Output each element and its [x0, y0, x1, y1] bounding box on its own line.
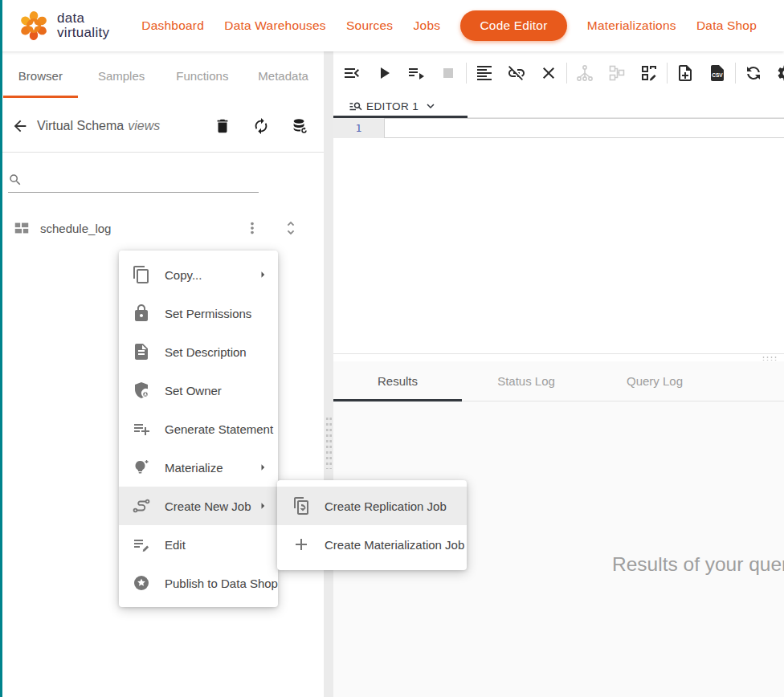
tab-editor-1[interactable]: EDITOR 1 — [333, 95, 468, 117]
menu-generate-statement[interactable]: Generate Statement — [119, 410, 278, 448]
line-number: 1 — [356, 122, 362, 134]
menu-copy[interactable]: Copy... — [119, 255, 278, 294]
nav-code-editor-active[interactable]: Code Editor — [460, 10, 566, 41]
line-number-gutter: 1 — [333, 118, 384, 138]
query-plan-tree-icon — [569, 57, 601, 89]
nav-materializations[interactable]: Materializations — [587, 18, 676, 33]
active-tab-underline — [3, 96, 78, 99]
more-vert-icon[interactable] — [240, 216, 264, 240]
menu-materialize[interactable]: Materialize — [119, 448, 278, 487]
toolbar-separator — [735, 63, 736, 84]
format-query-icon[interactable] — [468, 57, 500, 89]
toolbar-separator — [667, 63, 668, 84]
refresh-schema-icon[interactable] — [287, 113, 312, 139]
panel-resize-divider[interactable] — [324, 51, 333, 697]
search-input[interactable] — [29, 174, 259, 187]
disconnect-icon[interactable] — [500, 57, 533, 89]
unfold-more-icon[interactable] — [279, 216, 303, 240]
playlist-add-icon — [132, 419, 151, 438]
svg-text:CSV: CSV — [712, 72, 723, 78]
copy-icon — [132, 265, 151, 284]
submenu-arrow-icon — [255, 267, 270, 282]
toolbar-separator — [466, 63, 467, 84]
stop-icon — [432, 57, 464, 89]
tab-browser-label: Browser — [18, 69, 63, 83]
run-icon[interactable] — [368, 57, 400, 89]
manage-search-icon — [349, 99, 363, 113]
active-code-line[interactable] — [384, 118, 784, 138]
schema-name: views — [128, 119, 160, 133]
owner-shield-icon — [132, 381, 151, 400]
edit-note-icon — [132, 535, 151, 554]
close-editor-icon[interactable] — [533, 57, 565, 89]
delete-icon[interactable] — [210, 113, 235, 139]
sidebar-tabs: Browser Samples Functions Metadata — [0, 51, 324, 100]
editor-toolbar: CSV — [333, 51, 784, 95]
code-editor-area[interactable]: 1 — [333, 118, 784, 353]
table-dashboard-icon — [13, 219, 31, 237]
menu-create-new-job[interactable]: Create New Job — [119, 487, 278, 525]
context-menu: Copy... Set Permissions Set Description … — [119, 251, 278, 607]
tree-item-schedule-log[interactable]: schedule_log — [0, 210, 324, 246]
submenu-arrow-icon — [255, 499, 270, 513]
route-icon — [132, 496, 151, 516]
toolbar-separator — [566, 63, 567, 84]
code-editor-panel: CSV EDITOR 1 — [333, 51, 784, 697]
tab-status-log[interactable]: Status Log — [462, 361, 590, 401]
edit-grid-icon[interactable] — [633, 57, 665, 89]
swap-refresh-icon[interactable] — [737, 57, 770, 89]
nav-jobs[interactable]: Jobs — [414, 18, 441, 33]
editor-tabbar: EDITOR 1 — [333, 95, 784, 118]
editor-tab-label: EDITOR 1 — [366, 100, 419, 112]
collapse-editor-icon[interactable] — [336, 57, 368, 89]
menu-set-owner[interactable]: Set Owner — [119, 371, 278, 410]
tab-metadata[interactable]: Metadata — [243, 51, 324, 100]
logo-wordmark: data virtuality — [57, 11, 109, 40]
results-placeholder-text: Results of your querie — [612, 553, 784, 576]
back-icon[interactable] — [8, 114, 32, 138]
export-csv-icon[interactable]: CSV — [701, 57, 733, 89]
tab-functions[interactable]: Functions — [162, 51, 243, 100]
tab-samples[interactable]: Samples — [81, 51, 162, 100]
star-circle-icon — [132, 573, 151, 593]
menu-edit[interactable]: Edit — [119, 525, 278, 564]
lock-icon — [132, 304, 151, 323]
divider-drag-handle[interactable] — [325, 416, 332, 469]
window-edge-accent — [0, 0, 2, 697]
nav-sources[interactable]: Sources — [346, 18, 393, 33]
schema-header: Virtual Schema views — [0, 100, 324, 153]
top-navigation: data virtuality Dashboard Data Warehouse… — [0, 0, 784, 51]
chevron-down-icon[interactable] — [423, 99, 438, 113]
tab-query-log[interactable]: Query Log — [590, 361, 719, 401]
tab-browser[interactable]: Browser — [0, 51, 81, 100]
run-selection-icon[interactable] — [400, 57, 432, 89]
new-file-icon[interactable] — [669, 57, 701, 89]
replication-icon — [292, 496, 311, 516]
logo-flower-icon — [18, 10, 50, 42]
schema-title: Virtual Schema — [37, 119, 124, 133]
description-icon — [132, 342, 151, 361]
tree-item-label: schedule_log — [40, 222, 226, 235]
nav-data-warehouses[interactable]: Data Warehouses — [224, 18, 326, 33]
schema-search — [8, 173, 259, 193]
nav-data-shop[interactable]: Data Shop — [696, 18, 757, 33]
splitter-drag-handle[interactable] — [762, 356, 778, 361]
menu-set-description[interactable]: Set Description — [119, 332, 278, 371]
settings-icon[interactable] — [770, 57, 784, 89]
submenu-arrow-icon — [255, 460, 270, 475]
nav-dashboard[interactable]: Dashboard — [141, 18, 204, 33]
sync-icon[interactable] — [248, 113, 274, 139]
lightbulb-icon — [132, 458, 151, 477]
menu-publish-to-data-shop[interactable]: Publish to Data Shop — [119, 564, 278, 602]
submenu-create-materialization-job[interactable]: Create Materialization Job — [277, 525, 467, 564]
datavirtuality-logo[interactable]: data virtuality — [18, 10, 109, 42]
tab-results[interactable]: Results — [333, 361, 462, 401]
results-resize-divider[interactable] — [333, 353, 784, 361]
plus-icon — [292, 535, 311, 554]
menu-set-permissions[interactable]: Set Permissions — [119, 294, 278, 332]
nav-links: Dashboard Data Warehouses Sources Jobs C… — [141, 10, 760, 41]
search-icon — [8, 173, 22, 187]
dependencies-tree-icon — [601, 57, 633, 89]
submenu-create-replication-job[interactable]: Create Replication Job — [277, 487, 467, 525]
results-tabbar: Results Status Log Query Log — [333, 361, 784, 401]
